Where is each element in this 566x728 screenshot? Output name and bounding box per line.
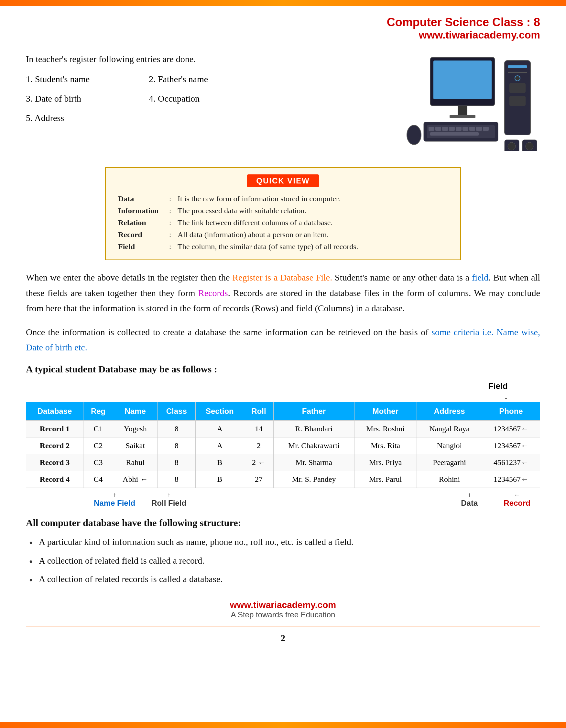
svg-rect-12: [469, 127, 475, 131]
paragraph-2: Once the information is collected to cre…: [26, 325, 540, 355]
qv-term-field: Field: [116, 241, 165, 252]
svg-rect-7: [435, 127, 441, 131]
table-wrapper: Field ↓ Database Reg Name Class Section …: [26, 381, 540, 508]
qv-def-info: The processed data with suitable relatio…: [176, 205, 450, 216]
intro-paragraph: In teacher's register following entries …: [26, 54, 394, 64]
roll-field-label: Roll Field: [151, 499, 186, 508]
svg-rect-14: [483, 127, 489, 131]
table-row: Record 2C2Saikat8A2Mr. ChakrawartiMrs. R…: [26, 437, 540, 454]
annotation-row: ↑ Name Field ↑ Roll Field ↑ Data ← Recor…: [26, 491, 540, 508]
bullet-item: A particular kind of information such as…: [26, 534, 540, 550]
table-row: Record 4C4Abhi ←8B27Mr. S. PandeyMrs. Pa…: [26, 471, 540, 488]
qv-row-record: Record : All data (information) about a …: [116, 229, 450, 240]
page-title: Computer Science Class : 8: [387, 16, 540, 29]
structure-bullet-list: A particular kind of information such as…: [26, 534, 540, 587]
col-class: Class: [158, 402, 196, 420]
header: Computer Science Class : 8 www.tiwariaca…: [26, 16, 540, 41]
svg-rect-3: [449, 115, 475, 118]
page-number: 2: [26, 633, 540, 653]
para1-text2: Student's name or any other data is a: [332, 272, 472, 282]
para1-text1: When we enter the above details in the r…: [26, 272, 232, 282]
qv-term-info: Information: [116, 205, 165, 216]
bullet-item: A collection of related field is called …: [26, 553, 540, 568]
footer-tagline: A Step towards free Education: [26, 610, 540, 619]
svg-point-19: [515, 76, 520, 81]
svg-rect-21: [509, 96, 526, 106]
svg-rect-1: [433, 61, 492, 99]
qv-def-data: It is the raw form of information stored…: [176, 193, 450, 204]
svg-rect-17: [508, 65, 527, 68]
quick-view-box: QUICK VIEW Data : It is the raw form of …: [105, 167, 461, 260]
qv-term-record: Record: [116, 229, 165, 240]
structure-heading: All computer database have the following…: [26, 517, 540, 528]
record-annotation: ← Record: [504, 491, 530, 508]
qv-term-relation: Relation: [116, 217, 165, 228]
para2-text1: Once the information is collected to cre…: [26, 327, 431, 337]
qv-row-relation: Relation : The link between different co…: [116, 217, 450, 228]
bottom-border: [0, 722, 566, 728]
name-field-annotation: ↑ Name Field: [94, 491, 135, 508]
svg-rect-6: [428, 127, 434, 131]
svg-rect-8: [442, 127, 448, 131]
para1-highlight3: Records: [198, 288, 228, 298]
field-label: Field ↓: [26, 381, 540, 401]
qv-row-data: Data : It is the raw form of information…: [116, 193, 450, 204]
svg-point-27: [526, 142, 533, 150]
para1-highlight2: field: [472, 272, 488, 282]
svg-rect-13: [476, 127, 482, 131]
list-item-5: 5. Address: [26, 109, 110, 127]
col-roll: Roll: [244, 402, 274, 420]
table-row: Record 1C1Yogesh8A14R. BhandariMrs. Rosh…: [26, 420, 540, 437]
roll-field-annotation: ↑ Roll Field: [151, 491, 186, 508]
bullet-item: A collection of related records is calle…: [26, 571, 540, 587]
quick-view-table: Data : It is the raw form of information…: [116, 193, 450, 253]
svg-rect-9: [449, 127, 455, 131]
col-phone: Phone: [482, 402, 540, 420]
table-row: Record 3C3Rahul8B2 ←Mr. SharmaMrs. Priya…: [26, 454, 540, 471]
col-father: Father: [274, 402, 354, 420]
database-table: Database Reg Name Class Section Roll Fat…: [26, 402, 540, 488]
svg-rect-11: [462, 127, 468, 131]
record-label: Record: [504, 499, 530, 508]
svg-rect-18: [508, 72, 527, 73]
list-item-3: 3. Date of birth: [26, 90, 110, 108]
qv-def-relation: The link between different columns of a …: [176, 217, 450, 228]
intro-text: In teacher's register following entries …: [26, 54, 394, 128]
qv-row-info: Information : The processed data with su…: [116, 205, 450, 216]
svg-point-25: [508, 142, 516, 150]
list-item-1: 1. Student's name: [26, 70, 110, 88]
para1-highlight1: Register is a Database File.: [232, 272, 332, 282]
intro-list: 1. Student's name 2. Father's name 3. Da…: [26, 70, 394, 127]
svg-rect-10: [456, 127, 461, 131]
footer-url: www.tiwariacademy.com: [26, 600, 540, 610]
col-mother: Mother: [354, 402, 417, 420]
col-reg: Reg: [83, 402, 113, 420]
svg-rect-15: [430, 132, 479, 136]
computer-image: [404, 54, 540, 158]
footer: www.tiwariacademy.com A Step towards fre…: [26, 600, 540, 619]
header-url: www.tiwariacademy.com: [387, 29, 540, 41]
db-section-heading: A typical student Database may be as fol…: [26, 364, 540, 375]
col-address: Address: [417, 402, 482, 420]
name-field-label: Name Field: [94, 499, 135, 508]
footer-rule: [26, 626, 540, 626]
col-section: Section: [196, 402, 244, 420]
intro-section: In teacher's register following entries …: [26, 54, 540, 158]
qv-term-data: Data: [116, 193, 165, 204]
col-name: Name: [113, 402, 158, 420]
list-item-4: 4. Occupation: [149, 90, 233, 108]
list-item-2: 2. Father's name: [149, 70, 233, 88]
paragraph-1: When we enter the above details in the r…: [26, 270, 540, 316]
qv-def-field: The column, the similar data (of same ty…: [176, 241, 450, 252]
qv-def-record: All data (information) about a person or…: [176, 229, 450, 240]
data-annotation: ↑ Data: [461, 491, 478, 508]
qv-row-field: Field : The column, the similar data (of…: [116, 241, 450, 252]
data-label: Data: [461, 499, 478, 508]
quick-view-badge: QUICK VIEW: [247, 174, 318, 187]
svg-rect-2: [458, 106, 467, 116]
top-border: [0, 0, 566, 6]
quick-view-title: QUICK VIEW: [116, 174, 450, 187]
svg-rect-20: [509, 83, 526, 93]
col-database: Database: [26, 402, 83, 420]
